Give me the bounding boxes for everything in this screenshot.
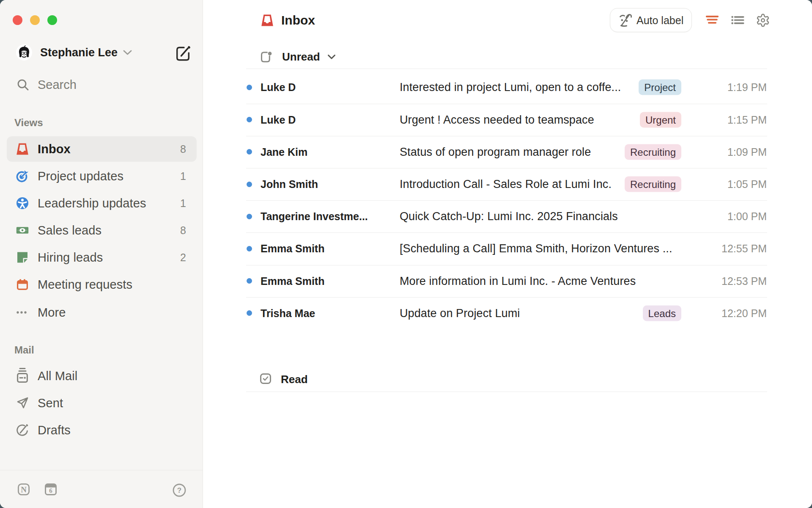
svg-text:?: ? <box>177 486 181 494</box>
svg-text:6: 6 <box>49 487 52 494</box>
svg-text:N: N <box>21 485 27 494</box>
